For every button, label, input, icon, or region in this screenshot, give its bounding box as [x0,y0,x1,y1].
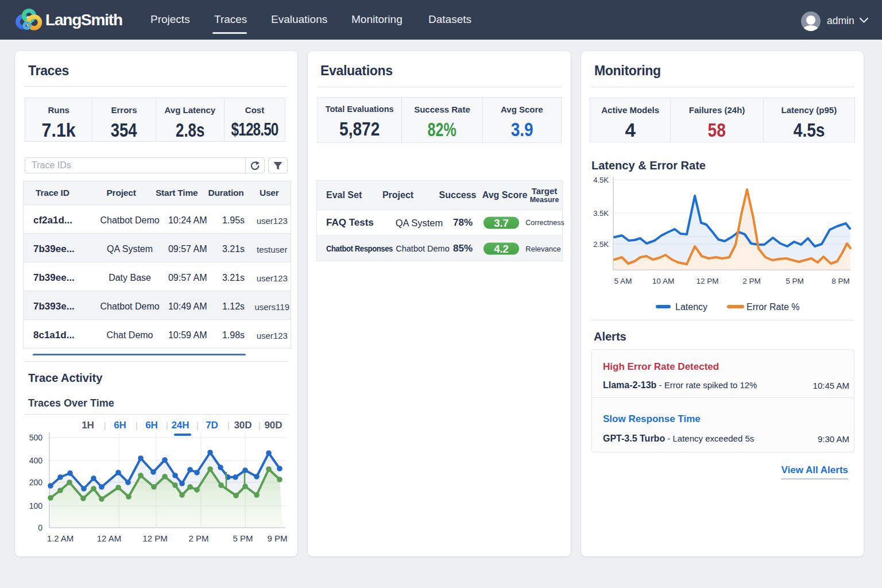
svg-text:12 AM: 12 AM [97,533,122,543]
svg-text:400: 400 [29,456,43,465]
svg-text:1.2 AM: 1.2 AM [47,533,74,543]
svg-text:12 PM: 12 PM [142,533,167,543]
svg-text:12 PM: 12 PM [696,277,718,285]
svg-text:4.5K: 4.5K [593,177,609,184]
svg-text:100: 100 [29,501,43,510]
svg-text:2.5K: 2.5K [593,240,609,249]
svg-text:10 AM: 10 AM [652,277,674,285]
svg-text:0: 0 [38,523,42,532]
svg-text:2 PM: 2 PM [188,533,208,543]
svg-text:500: 500 [29,433,43,442]
svg-text:8 PM: 8 PM [831,277,850,285]
svg-text:5 PM: 5 PM [233,533,253,543]
svg-text:200: 200 [29,478,43,487]
svg-text:5 PM: 5 PM [786,277,804,285]
svg-text:2 PM: 2 PM [742,277,761,285]
svg-text:5 AM: 5 AM [614,277,632,285]
svg-text:9 PM: 9 PM [267,533,287,543]
svg-text:3.5K: 3.5K [593,209,609,218]
